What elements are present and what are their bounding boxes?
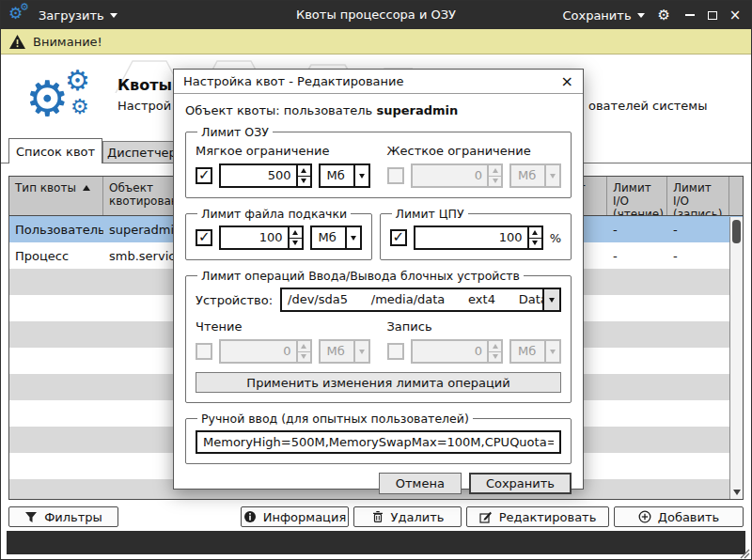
trash-icon	[371, 510, 384, 523]
spin-up-button[interactable]	[298, 165, 310, 177]
hard-limit-label: Жесткое ограничение	[387, 144, 562, 158]
soft-limit-unit-select[interactable]: Мб	[319, 163, 370, 188]
dialog-close-icon[interactable]: ×	[561, 74, 573, 89]
page-subtitle-fragment: ователей системы	[588, 99, 707, 113]
device-select[interactable]: /dev/sda5 /media/data ext4 Data	[280, 288, 561, 312]
filters-button[interactable]: Фильтры	[8, 506, 118, 527]
edit-button[interactable]: Редактировать	[466, 506, 609, 527]
swap-limit-group: Лимит файла подкачки 100 Мб	[185, 207, 372, 260]
filters-button-label: Фильтры	[44, 510, 102, 524]
io-write-checkbox[interactable]	[387, 343, 404, 360]
close-button[interactable]: ×	[728, 8, 742, 23]
chevron-down-icon	[544, 341, 559, 362]
arrow-down-icon	[532, 241, 538, 245]
delete-button[interactable]: Удалить	[353, 506, 462, 527]
column-header-type[interactable]: Тип квоты	[9, 177, 103, 215]
column-header-io-write[interactable]: Лимит I/O (запись)	[667, 177, 729, 215]
resize-grip[interactable]	[739, 548, 750, 559]
spin-down-button[interactable]	[290, 239, 302, 249]
arrow-down-icon	[493, 179, 498, 183]
edit-quota-dialog: Настройка квот - Редактирование × Объект…	[173, 69, 584, 490]
swap-limit-spinbox[interactable]: 100	[219, 226, 304, 250]
io-read-spinbox: 0	[219, 339, 312, 364]
add-button[interactable]: Добавить	[614, 506, 744, 527]
quota-object-line: Объект квоты: пользователь superadmin	[185, 103, 572, 117]
tab-manager[interactable]: Диспетчер	[102, 141, 181, 163]
cpu-limit-spinbox[interactable]: 100	[414, 226, 543, 250]
scrollbar-down-arrow-icon[interactable]	[733, 490, 741, 495]
gear-icon: ⚙	[65, 67, 90, 95]
tab-quota-list[interactable]: Список квот	[8, 138, 102, 163]
app-logo-icon: ⚙ ⚙	[8, 5, 31, 25]
spin-up-button[interactable]	[290, 227, 302, 239]
cell-io-read: -	[607, 249, 667, 263]
maximize-icon	[708, 11, 717, 20]
spin-down-button	[489, 352, 501, 363]
info-button[interactable]: Информация	[241, 506, 349, 527]
pencil-icon	[479, 510, 493, 523]
swap-limit-unit-select[interactable]: Мб	[310, 226, 362, 250]
arrow-up-icon	[301, 344, 306, 349]
save-button[interactable]: Сохранить	[469, 473, 572, 494]
swap-limit-value: 100	[221, 227, 288, 248]
spin-up-button[interactable]	[529, 227, 541, 239]
arrow-up-icon	[301, 168, 306, 173]
hard-limit-checkbox[interactable]	[387, 167, 404, 184]
cell-io-write: -	[667, 223, 729, 237]
cancel-button[interactable]: Отмена	[379, 473, 462, 494]
scrollbar-thumb[interactable]	[732, 220, 741, 243]
hard-limit-unit-select: Мб	[509, 163, 561, 188]
soft-limit-spinbox[interactable]: 500	[219, 163, 312, 188]
spin-up-button	[489, 341, 501, 352]
window-controls: ×	[683, 8, 742, 23]
warning-triangle-icon	[9, 35, 25, 49]
cell-quota-type: Процесс	[9, 249, 103, 263]
gear-icon: ⚙	[25, 74, 70, 123]
soft-limit-checkbox[interactable]	[196, 167, 212, 184]
io-write-spinbox: 0	[411, 339, 504, 364]
chevron-down-icon	[353, 165, 368, 186]
dialog-actions: Отмена Сохранить	[185, 473, 572, 494]
chevron-down-icon	[110, 13, 118, 18]
warning-banner: Внимание!	[1, 29, 751, 54]
save-menu-button[interactable]: Сохранить	[562, 8, 644, 23]
unit-value: Мб	[511, 341, 544, 362]
io-read-value: 0	[221, 341, 296, 362]
info-button-label: Информация	[263, 510, 346, 524]
cpu-limit-checkbox[interactable]	[390, 229, 407, 246]
cpu-limit-value: 100	[415, 227, 527, 248]
page-title: Квоты	[118, 76, 172, 94]
gear-icon: ⚙	[70, 97, 89, 117]
hard-limit-spinbox: 0	[411, 163, 504, 188]
ram-limit-group: Лимит ОЗУ Мягкое ограничение 500	[185, 125, 572, 198]
delete-button-label: Удалить	[391, 510, 445, 524]
unit-value: Мб	[511, 165, 544, 186]
apply-io-limit-button[interactable]: Применить изменения лимита операций	[196, 372, 561, 393]
dialog-body: Объект квоты: пользователь superadmin Ли…	[174, 94, 583, 489]
chevron-down-icon	[544, 165, 559, 186]
minimize-button[interactable]	[683, 8, 697, 23]
io-write-value: 0	[413, 341, 488, 362]
cpu-limit-group: Лимит ЦПУ 100 %	[380, 207, 572, 260]
column-header-io-read[interactable]: Лимит I/O (чтение)	[607, 177, 667, 215]
warning-text: Внимание!	[33, 35, 102, 49]
load-menu-button[interactable]: Загрузить	[39, 8, 118, 23]
io-read-checkbox[interactable]	[196, 343, 212, 360]
swap-limit-legend: Лимит файла подкачки	[197, 207, 351, 221]
arrow-down-icon	[493, 354, 498, 359]
app-window: ⚙ ⚙ Загрузить Квоты процессора и ОЗУ Сох…	[0, 0, 752, 560]
chevron-down-icon	[353, 341, 368, 362]
chevron-down-icon	[637, 13, 645, 18]
io-write-unit-select: Мб	[509, 339, 561, 364]
table-scrollbar[interactable]	[729, 217, 743, 499]
spin-down-button[interactable]	[529, 239, 541, 249]
settings-gear-icon[interactable]: ⚙	[658, 8, 670, 23]
manual-input-field[interactable]	[196, 430, 561, 454]
spin-down-button[interactable]	[298, 177, 310, 187]
swap-limit-checkbox[interactable]	[196, 229, 212, 246]
page-subtitle-fragment: Настрой	[118, 99, 171, 113]
arrow-up-icon	[493, 344, 498, 349]
unit-value: Мб	[321, 165, 353, 186]
maximize-button[interactable]	[706, 8, 719, 23]
device-label: Устройство:	[196, 293, 273, 307]
